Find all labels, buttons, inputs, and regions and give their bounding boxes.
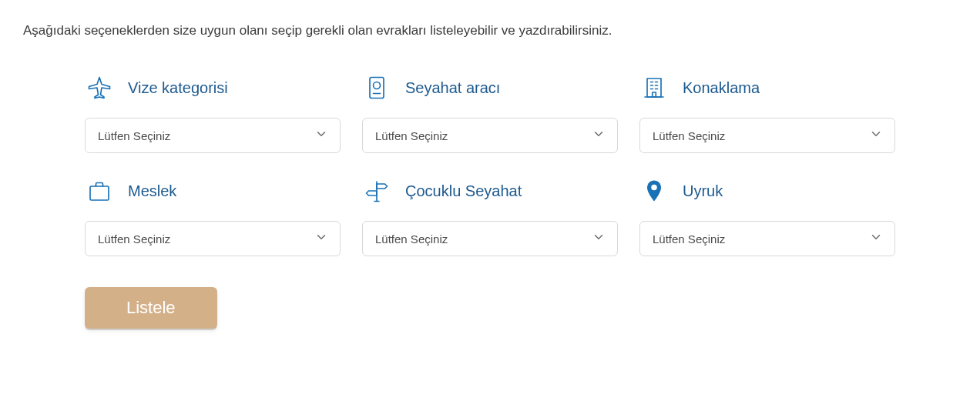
location-pin-icon [639, 176, 669, 206]
form-container: Vize kategorisi Lütfen Seçiniz S [23, 73, 957, 329]
list-button[interactable]: Listele [85, 287, 217, 329]
svg-rect-12 [90, 186, 109, 200]
airplane-icon [85, 73, 114, 102]
field-accommodation: Konaklama Lütfen Seçiniz [639, 73, 895, 153]
svg-point-1 [374, 82, 381, 89]
field-nationality: Uyruk Lütfen Seçiniz [639, 176, 895, 256]
select-value: Lütfen Seçiniz [85, 221, 341, 256]
signpost-icon [362, 176, 391, 206]
svg-rect-0 [370, 78, 384, 99]
field-visa-category: Vize kategorisi Lütfen Seçiniz [85, 73, 341, 153]
field-label: Meslek [128, 182, 176, 200]
passport-icon [362, 73, 391, 102]
select-travel-vehicle[interactable]: Lütfen Seçiniz [362, 118, 618, 153]
briefcase-icon [85, 176, 114, 206]
select-accommodation[interactable]: Lütfen Seçiniz [639, 118, 895, 153]
select-child-travel[interactable]: Lütfen Seçiniz [362, 221, 618, 256]
select-value: Lütfen Seçiniz [85, 118, 341, 153]
field-travel-vehicle: Seyahat aracı Lütfen Seçiniz [362, 73, 618, 153]
select-value: Lütfen Seçiniz [362, 118, 618, 153]
svg-rect-11 [653, 92, 656, 97]
field-label: Seyahat aracı [405, 79, 500, 97]
field-header: Çocuklu Seyahat [362, 176, 618, 206]
field-header: Seyahat aracı [362, 73, 618, 102]
select-profession[interactable]: Lütfen Seçiniz [85, 221, 341, 256]
field-header: Meslek [85, 176, 341, 206]
field-child-travel: Çocuklu Seyahat Lütfen Seçiniz [362, 176, 618, 256]
form-grid: Vize kategorisi Lütfen Seçiniz S [85, 73, 895, 256]
select-visa-category[interactable]: Lütfen Seçiniz [85, 118, 341, 153]
svg-point-15 [651, 185, 657, 191]
select-nationality[interactable]: Lütfen Seçiniz [639, 221, 895, 256]
field-profession: Meslek Lütfen Seçiniz [85, 176, 341, 256]
select-value: Lütfen Seçiniz [362, 221, 618, 256]
svg-rect-3 [647, 79, 661, 97]
select-value: Lütfen Seçiniz [639, 221, 895, 256]
field-label: Konaklama [683, 79, 760, 97]
field-header: Konaklama [639, 73, 895, 102]
field-header: Uyruk [639, 176, 895, 206]
field-label: Vize kategorisi [128, 79, 228, 97]
select-value: Lütfen Seçiniz [639, 118, 895, 153]
field-header: Vize kategorisi [85, 73, 341, 102]
building-icon [639, 73, 669, 102]
field-label: Uyruk [683, 182, 723, 200]
field-label: Çocuklu Seyahat [405, 182, 522, 200]
intro-text: Aşağıdaki seçeneklerden size uygun olanı… [23, 23, 957, 38]
